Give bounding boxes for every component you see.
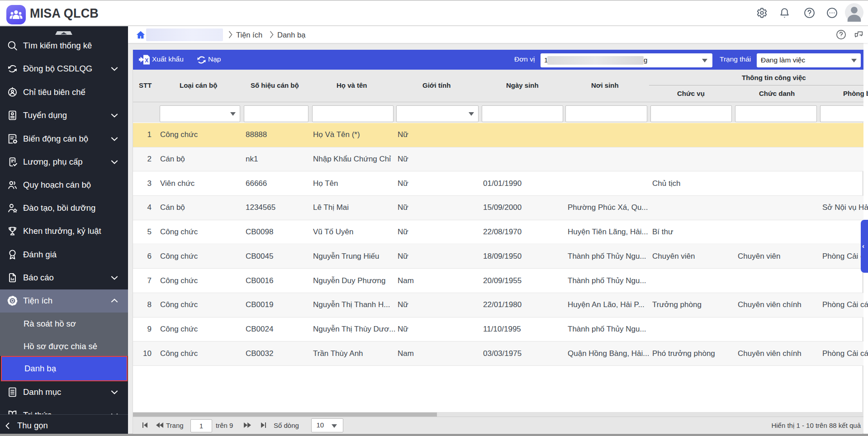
svg-text:X: X	[145, 57, 148, 64]
